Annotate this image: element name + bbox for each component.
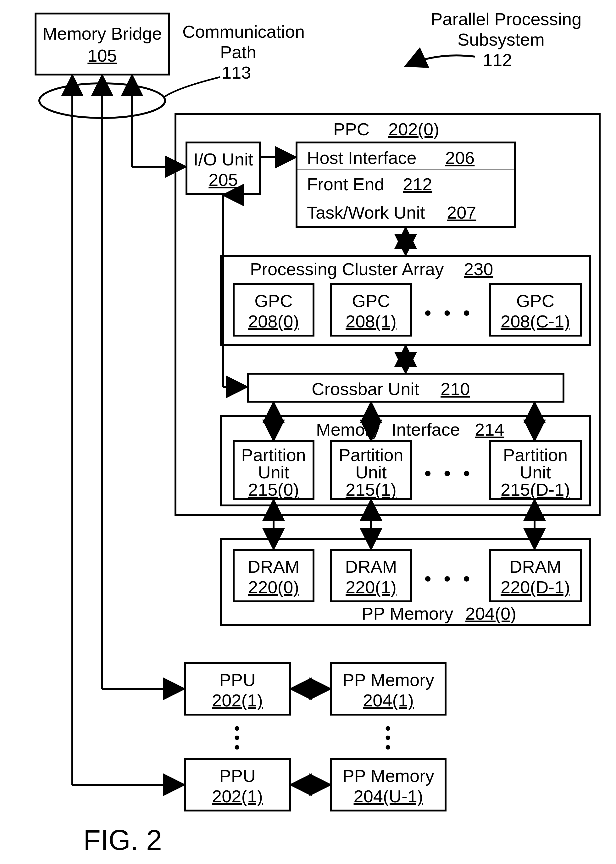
part1-l2: Unit	[332, 463, 410, 482]
ppmemU-label: PP Memory	[332, 766, 445, 786]
ppuU-ref: 202(1)	[186, 787, 289, 806]
partD-ref: 215(D-1)	[491, 480, 580, 499]
mem-if-label2: Interface	[391, 420, 460, 439]
diagram-canvas: Memory Bridge 105 Communication Path 113…	[0, 0, 616, 864]
pca-ref: 230	[464, 260, 493, 279]
ppmem-title: PP Memory	[361, 604, 453, 623]
partD-l2: Unit	[491, 463, 580, 482]
comm-path-ref: 113	[222, 63, 251, 82]
part0-box: Partition Unit 215(0)	[233, 440, 314, 500]
gpc1-ref: 208(1)	[332, 312, 410, 331]
dram1-ref: 220(1)	[332, 578, 410, 597]
memory-bridge-label: Memory Bridge	[36, 24, 168, 43]
comm-path-label1: Communication	[182, 22, 305, 41]
memory-bridge-box: Memory Bridge 105	[35, 13, 170, 76]
dram-ellipsis: • • •	[424, 568, 473, 589]
ppmemU-ref: 204(U-1)	[332, 787, 445, 806]
task-unit-label: Task/Work Unit	[307, 203, 425, 222]
ppu1-box: PPU 202(1)	[184, 662, 291, 716]
svg-point-0	[39, 83, 165, 118]
part0-ref: 215(0)	[234, 480, 313, 499]
ppmemU-box: PP Memory 204(U-1)	[330, 758, 446, 812]
part1-l1: Partition	[332, 445, 410, 465]
mem-if-label1: Memory	[316, 420, 380, 439]
ppmem-vdots: •••	[385, 723, 391, 752]
crossbar-label: Crossbar Unit	[312, 379, 419, 399]
dram0-ref: 220(0)	[234, 578, 313, 597]
host-if-label: Host Interface	[307, 148, 416, 168]
dramD-box: DRAM 220(D-1)	[489, 549, 582, 602]
dramD-ref: 220(D-1)	[491, 578, 580, 597]
ppmem1-label: PP Memory	[332, 670, 445, 690]
dram0-label: DRAM	[234, 557, 313, 576]
gpcC-label: GPC	[491, 291, 580, 311]
ppu-vdots: •••	[234, 723, 240, 752]
ppu1-label: PPU	[186, 670, 289, 690]
crossbar-box: Crossbar Unit 210	[247, 373, 564, 403]
ppmem1-box: PP Memory 204(1)	[330, 662, 446, 716]
ppmem-title-ref: 204(0)	[465, 604, 516, 623]
task-unit-box: Task/Work Unit 207	[295, 198, 516, 228]
part1-ref: 215(1)	[332, 480, 410, 499]
front-end-label: Front End	[307, 175, 384, 194]
pps-ref: 112	[483, 50, 512, 70]
pps-label2: Subsystem	[457, 30, 545, 49]
ppuU-label: PPU	[186, 766, 289, 786]
figure-label: FIG. 2	[83, 824, 162, 856]
crossbar-ref: 210	[440, 379, 470, 399]
dram0-box: DRAM 220(0)	[233, 549, 314, 602]
part0-l2: Unit	[234, 463, 313, 482]
pps-label1: Parallel Processing	[431, 9, 581, 29]
gpc1-box: GPC 208(1)	[330, 283, 412, 337]
host-interface-box: Host Interface 206	[295, 142, 516, 172]
dramD-label: DRAM	[491, 557, 580, 576]
gpcC-box: GPC 208(C-1)	[489, 283, 582, 337]
dram1-box: DRAM 220(1)	[330, 549, 412, 602]
gpc0-ref: 208(0)	[234, 312, 313, 331]
io-unit-box: I/O Unit 205	[185, 142, 261, 195]
ppu1-ref: 202(1)	[186, 691, 289, 710]
gpcC-ref: 208(C-1)	[491, 312, 580, 331]
partD-box: Partition Unit 215(D-1)	[489, 440, 582, 500]
gpc0-box: GPC 208(0)	[233, 283, 314, 337]
part1-box: Partition Unit 215(1)	[330, 440, 412, 500]
memory-bridge-ref: 105	[36, 46, 168, 65]
dram1-label: DRAM	[332, 557, 410, 576]
partD-l1: Partition	[491, 445, 580, 465]
io-unit-label: I/O Unit	[187, 150, 259, 169]
gpc1-label: GPC	[332, 291, 410, 311]
ppc-title-ref: 202(0)	[388, 120, 439, 139]
mem-if-ref: 214	[475, 420, 504, 439]
ppmem1-ref: 204(1)	[332, 691, 445, 710]
host-if-ref: 206	[445, 148, 475, 168]
ppuU-box: PPU 202(1)	[184, 758, 291, 812]
io-unit-ref: 205	[187, 170, 259, 190]
pca-label: Processing Cluster Array	[250, 260, 444, 279]
task-unit-ref: 207	[447, 203, 476, 222]
front-end-ref: 212	[403, 175, 432, 194]
part0-l1: Partition	[234, 445, 313, 465]
comm-path-label2: Path	[220, 42, 256, 62]
gpc-ellipsis: • • •	[424, 302, 473, 324]
ppc-title: PPC	[333, 120, 369, 139]
front-end-box: Front End 212	[295, 170, 516, 200]
gpc0-label: GPC	[234, 291, 313, 311]
part-ellipsis: • • •	[424, 462, 473, 484]
